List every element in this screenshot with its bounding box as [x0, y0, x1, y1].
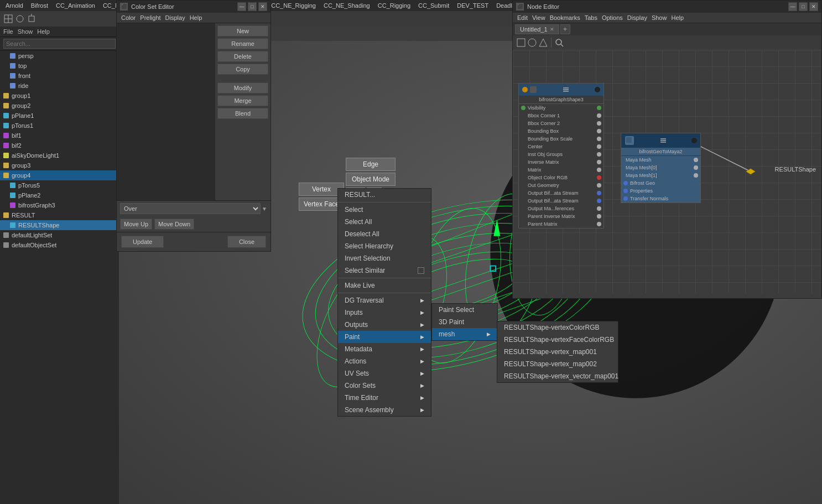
ne-menu-tabs[interactable]: Tabs [585, 14, 597, 21]
cse-menu-prelight[interactable]: Prelight [140, 14, 160, 21]
ne-menu-bookmarks[interactable]: Bookmarks [550, 14, 580, 21]
search-input[interactable] [3, 39, 116, 49]
tree-item-defaultObjectSet[interactable]: defaultObjectSet [0, 240, 119, 250]
ctx-deselect-all[interactable]: Deselect All [338, 228, 431, 240]
cse-merge-btn[interactable]: Merge [217, 95, 268, 106]
tree-item-aiSkyDomeLight1[interactable]: aiSkyDomeLight1 [0, 150, 119, 160]
menu-cc-ne-rigging[interactable]: CC_NE_Rigging [268, 2, 319, 9]
ctx-vertex-map002[interactable]: RESULTShape-vertex_map002 [497, 358, 618, 370]
ctx-vertex-vector-map001[interactable]: RESULTShape-vertex_vector_map001 [497, 370, 618, 382]
ctx-invert-selection[interactable]: Invert Selection [338, 252, 431, 264]
node-bifrost-geo-to-maya2[interactable]: bifrostGeoToMaya2 Maya Mesh Maya Mesh[0]… [621, 133, 701, 203]
ne-close-btn[interactable]: ✕ [809, 2, 818, 11]
tree-item-bif1[interactable]: bif1 [0, 131, 119, 141]
ne-tool2[interactable] [527, 38, 537, 48]
cse-close-footer-btn[interactable]: Close [227, 236, 266, 248]
ne-menu-help[interactable]: Help [671, 14, 684, 21]
cse-rename-btn[interactable]: Rename [217, 38, 268, 49]
ctx-time-editor[interactable]: Time Editor ▶ [338, 392, 431, 404]
ctx-actions[interactable]: Actions ▶ [338, 355, 431, 367]
tree-item-pTorus5[interactable]: pTorus5 [0, 180, 119, 190]
ctx-uv-sets[interactable]: UV Sets ▶ [338, 367, 431, 380]
left-menu-file[interactable]: File [3, 28, 13, 35]
menu-cc-animation[interactable]: CC_Animation [53, 2, 98, 9]
ctx-vertex-face-color-rgb[interactable]: RESULTShape-vertexFaceColorRGB [497, 334, 618, 346]
ctx-mesh[interactable]: mesh ▶ [432, 328, 497, 340]
tree-item-pPlane1[interactable]: pPlane1 [0, 111, 119, 121]
left-menu-help[interactable]: Help [37, 28, 50, 35]
cse-menu-display[interactable]: Display [165, 14, 185, 21]
menu-arnold[interactable]: Arnold [2, 2, 27, 9]
tree-item-pPlane2[interactable]: pPlane2 [0, 190, 119, 200]
ne-tab-close-btn[interactable]: ✕ [550, 27, 554, 32]
cse-move-up-btn[interactable]: Move Up [120, 219, 152, 230]
ctx-outputs[interactable]: Outputs ▶ [338, 319, 431, 331]
ne-tab-untitled1[interactable]: Untitled_1 ✕ [515, 24, 559, 34]
menu-bifrost[interactable]: Bifrost [28, 2, 51, 9]
cse-update-btn[interactable]: Update [121, 236, 164, 248]
ne-tool1[interactable] [516, 38, 526, 48]
node-bifrost-graph-shape3[interactable]: bifrostGraphShape3 Visibility Bbox Corne… [518, 83, 604, 228]
ctx-vertex-map001[interactable]: RESULTShape-vertex_map001 [497, 346, 618, 358]
cse-minimize-btn[interactable]: — [237, 2, 246, 11]
ne-menu-view[interactable]: View [532, 14, 545, 21]
menu-dev-test[interactable]: DEV_TEST [454, 2, 492, 9]
ne-menu-options[interactable]: Options [602, 14, 623, 21]
left-menu-show[interactable]: Show [18, 28, 33, 35]
ctx-paint-select[interactable]: Paint Select [432, 304, 497, 316]
cse-new-btn[interactable]: New [217, 25, 268, 37]
ne-tool3[interactable] [538, 38, 548, 48]
menu-cc-rigging[interactable]: CC_Rigging [374, 2, 414, 9]
tree-item-ride[interactable]: ride [0, 81, 119, 91]
ne-menu-edit[interactable]: Edit [517, 14, 528, 21]
ctx-scene-assembly[interactable]: Scene Assembly ▶ [338, 404, 431, 416]
ctx-dg-traversal[interactable]: DG Traversal ▶ [338, 294, 431, 306]
ne-menu-show[interactable]: Show [652, 14, 667, 21]
ne-menu-display[interactable]: Display [627, 14, 647, 21]
cse-menu-help[interactable]: Help [190, 14, 202, 21]
ctx-make-live[interactable]: Make Live [338, 279, 431, 292]
ctx-select-all[interactable]: Select All [338, 216, 431, 228]
ctx-inputs[interactable]: Inputs ▶ [338, 306, 431, 319]
tree-item-front[interactable]: front [0, 71, 119, 81]
ne-search-icon[interactable] [554, 38, 564, 48]
menu-cc-ne-shading[interactable]: CC_NE_Shading [320, 2, 373, 9]
tree-item-pTorus1[interactable]: pTorus1 [0, 121, 119, 131]
cse-blend-btn[interactable]: Blend [217, 108, 268, 119]
tree-item-group1[interactable]: group1 [0, 91, 119, 101]
ctx-metadata[interactable]: Metadata ▶ [338, 343, 431, 355]
ctx-select[interactable]: Select [338, 204, 431, 216]
cse-maximize-btn[interactable]: □ [248, 2, 257, 11]
tree-item-persp[interactable]: persp [0, 51, 119, 61]
tree-item-top[interactable]: top [0, 61, 119, 71]
cse-delete-btn[interactable]: Delete [217, 51, 268, 62]
cse-menu-color[interactable]: Color [121, 14, 136, 21]
tree-item-defaultLightSet[interactable]: defaultLightSet [0, 230, 119, 240]
select-similar-checkbox[interactable] [418, 267, 424, 274]
tree-item-group2[interactable]: group2 [0, 101, 119, 111]
tree-item-group4[interactable]: group4 [0, 170, 119, 180]
ctx-3d-paint[interactable]: 3D Paint [432, 316, 497, 328]
cse-modify-btn[interactable]: Modify [217, 82, 268, 93]
object-mode-btn[interactable]: Object Mode [346, 173, 396, 186]
tree-item-bif2[interactable]: bif2 [0, 141, 119, 150]
node-menu-icon[interactable] [562, 86, 570, 93]
ctx-vertex-color-rgb[interactable]: RESULTShape-vertexColorRGB [497, 321, 618, 334]
node-geo-menu-icon[interactable] [659, 137, 667, 144]
ctx-result[interactable]: RESULT... [338, 189, 431, 201]
ne-add-tab-btn[interactable]: + [560, 24, 570, 34]
cse-blend-select[interactable]: Over [120, 203, 261, 214]
rotate-tool-icon[interactable] [15, 14, 25, 24]
tree-item-bifrostGraph3[interactable]: bifrostGraph3 [0, 200, 119, 210]
ctx-select-hierarchy[interactable]: Select Hierarchy [338, 240, 431, 252]
cse-copy-btn[interactable]: Copy [217, 64, 268, 75]
tree-item-RESULT[interactable]: RESULT [0, 210, 119, 220]
cse-close-btn[interactable]: ✕ [258, 2, 267, 11]
tree-item-group3[interactable]: group3 [0, 160, 119, 170]
cse-move-down-btn[interactable]: Move Down [154, 219, 194, 230]
tree-item-RESULTShape[interactable]: RESULTShape [0, 220, 119, 230]
scale-tool-icon[interactable] [27, 14, 37, 24]
ctx-select-similar[interactable]: Select Similar [338, 264, 431, 277]
edge-mode-btn[interactable]: Edge [346, 158, 396, 171]
ne-minimize-btn[interactable]: — [788, 2, 797, 11]
